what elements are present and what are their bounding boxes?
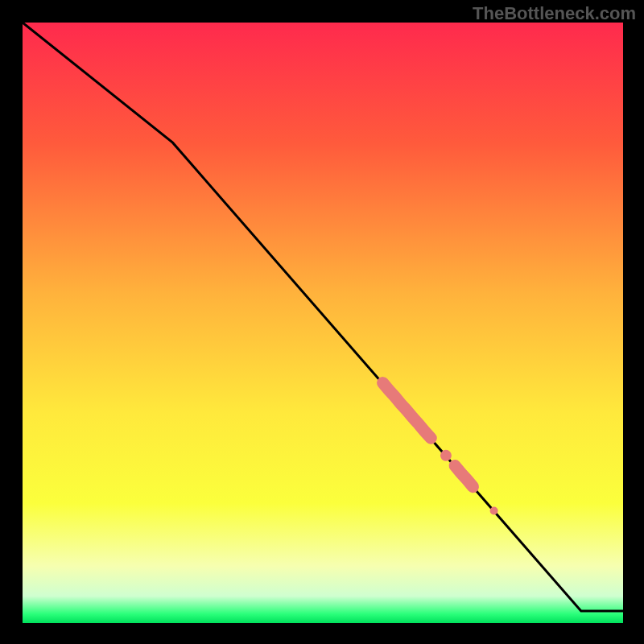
gradient-background [23,23,623,623]
chart-container: TheBottleneck.com [0,0,644,644]
watermark-text: TheBottleneck.com [473,3,636,24]
chart-svg [23,23,623,623]
highlight-dot [490,506,498,514]
plot-area [23,23,623,623]
highlight-dot [440,450,452,461]
